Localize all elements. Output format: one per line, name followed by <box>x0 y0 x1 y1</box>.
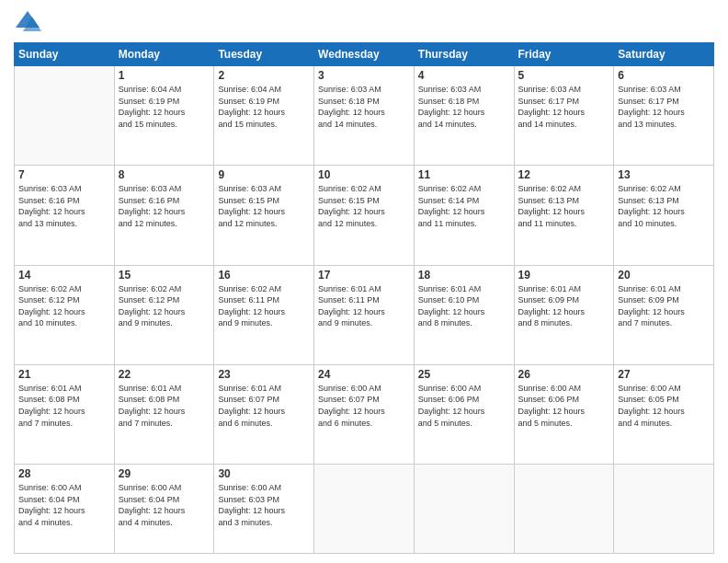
day-number: 16 <box>218 269 310 282</box>
day-number: 22 <box>119 368 210 381</box>
cell-info: Sunrise: 6:03 AM Sunset: 6:18 PM Dayligh… <box>318 84 410 130</box>
calendar-cell: 28Sunrise: 6:00 AM Sunset: 6:04 PM Dayli… <box>15 465 115 554</box>
day-number: 2 <box>218 69 310 82</box>
calendar-cell: 1Sunrise: 6:04 AM Sunset: 6:19 PM Daylig… <box>114 66 214 166</box>
day-number: 4 <box>418 69 510 82</box>
day-number: 23 <box>218 368 310 381</box>
calendar-cell: 25Sunrise: 6:00 AM Sunset: 6:06 PM Dayli… <box>414 364 514 464</box>
calendar-cell: 27Sunrise: 6:00 AM Sunset: 6:05 PM Dayli… <box>614 364 714 464</box>
day-number: 7 <box>18 168 110 181</box>
cell-info: Sunrise: 6:01 AM Sunset: 6:10 PM Dayligh… <box>418 283 510 329</box>
day-number: 28 <box>18 467 110 480</box>
day-number: 17 <box>318 269 410 282</box>
calendar-cell: 29Sunrise: 6:00 AM Sunset: 6:04 PM Dayli… <box>114 465 214 554</box>
cell-info: Sunrise: 6:02 AM Sunset: 6:12 PM Dayligh… <box>119 283 210 329</box>
weekday-header-wednesday: Wednesday <box>314 43 415 66</box>
cell-info: Sunrise: 6:02 AM Sunset: 6:12 PM Dayligh… <box>18 283 110 329</box>
calendar-cell: 17Sunrise: 6:01 AM Sunset: 6:11 PM Dayli… <box>314 265 415 364</box>
calendar-cell: 3Sunrise: 6:03 AM Sunset: 6:18 PM Daylig… <box>314 66 415 166</box>
cell-info: Sunrise: 6:01 AM Sunset: 6:08 PM Dayligh… <box>18 383 110 429</box>
cell-info: Sunrise: 6:00 AM Sunset: 6:06 PM Dayligh… <box>518 383 610 429</box>
day-number: 9 <box>218 168 310 181</box>
calendar-week-1: 1Sunrise: 6:04 AM Sunset: 6:19 PM Daylig… <box>15 66 714 166</box>
page: SundayMondayTuesdayWednesdayThursdayFrid… <box>0 0 728 563</box>
cell-info: Sunrise: 6:01 AM Sunset: 6:07 PM Dayligh… <box>218 383 310 429</box>
calendar-cell: 19Sunrise: 6:01 AM Sunset: 6:09 PM Dayli… <box>514 265 614 364</box>
cell-info: Sunrise: 6:03 AM Sunset: 6:18 PM Dayligh… <box>418 84 510 130</box>
calendar-cell: 8Sunrise: 6:03 AM Sunset: 6:16 PM Daylig… <box>114 166 214 265</box>
day-number: 24 <box>318 368 410 381</box>
day-number: 5 <box>518 69 610 82</box>
weekday-header-monday: Monday <box>114 43 214 66</box>
day-number: 26 <box>518 368 610 381</box>
cell-info: Sunrise: 6:02 AM Sunset: 6:13 PM Dayligh… <box>518 183 610 229</box>
day-number: 12 <box>518 168 610 181</box>
cell-info: Sunrise: 6:03 AM Sunset: 6:17 PM Dayligh… <box>518 84 610 130</box>
weekday-header-tuesday: Tuesday <box>214 43 314 66</box>
cell-info: Sunrise: 6:00 AM Sunset: 6:03 PM Dayligh… <box>218 482 310 528</box>
calendar-cell <box>614 465 714 554</box>
calendar-cell: 22Sunrise: 6:01 AM Sunset: 6:08 PM Dayli… <box>114 364 214 464</box>
calendar-cell: 6Sunrise: 6:03 AM Sunset: 6:17 PM Daylig… <box>614 66 714 166</box>
day-number: 1 <box>119 69 210 82</box>
cell-info: Sunrise: 6:02 AM Sunset: 6:11 PM Dayligh… <box>218 283 310 329</box>
calendar-cell <box>514 465 614 554</box>
day-number: 15 <box>119 269 210 282</box>
day-number: 13 <box>618 168 710 181</box>
calendar-cell: 5Sunrise: 6:03 AM Sunset: 6:17 PM Daylig… <box>514 66 614 166</box>
logo-icon <box>14 9 41 35</box>
day-number: 21 <box>18 368 110 381</box>
cell-info: Sunrise: 6:00 AM Sunset: 6:07 PM Dayligh… <box>318 383 410 429</box>
calendar-week-5: 28Sunrise: 6:00 AM Sunset: 6:04 PM Dayli… <box>15 465 714 554</box>
calendar-cell <box>15 66 115 166</box>
calendar-cell: 26Sunrise: 6:00 AM Sunset: 6:06 PM Dayli… <box>514 364 614 464</box>
weekday-header-row: SundayMondayTuesdayWednesdayThursdayFrid… <box>15 43 714 66</box>
cell-info: Sunrise: 6:02 AM Sunset: 6:14 PM Dayligh… <box>418 183 510 229</box>
calendar-week-4: 21Sunrise: 6:01 AM Sunset: 6:08 PM Dayli… <box>15 364 714 464</box>
cell-info: Sunrise: 6:03 AM Sunset: 6:16 PM Dayligh… <box>18 183 110 229</box>
calendar-cell: 7Sunrise: 6:03 AM Sunset: 6:16 PM Daylig… <box>15 166 115 265</box>
cell-info: Sunrise: 6:00 AM Sunset: 6:05 PM Dayligh… <box>618 383 710 429</box>
calendar-cell: 16Sunrise: 6:02 AM Sunset: 6:11 PM Dayli… <box>214 265 314 364</box>
calendar-cell: 24Sunrise: 6:00 AM Sunset: 6:07 PM Dayli… <box>314 364 415 464</box>
day-number: 30 <box>218 467 310 480</box>
cell-info: Sunrise: 6:01 AM Sunset: 6:11 PM Dayligh… <box>318 283 410 329</box>
day-number: 14 <box>18 269 110 282</box>
day-number: 10 <box>318 168 410 181</box>
calendar-cell: 9Sunrise: 6:03 AM Sunset: 6:15 PM Daylig… <box>214 166 314 265</box>
cell-info: Sunrise: 6:03 AM Sunset: 6:17 PM Dayligh… <box>618 84 710 130</box>
weekday-header-thursday: Thursday <box>414 43 514 66</box>
calendar-cell <box>414 465 514 554</box>
day-number: 20 <box>618 269 710 282</box>
cell-info: Sunrise: 6:01 AM Sunset: 6:09 PM Dayligh… <box>518 283 610 329</box>
calendar-table: SundayMondayTuesdayWednesdayThursdayFrid… <box>14 42 714 554</box>
weekday-header-friday: Friday <box>514 43 614 66</box>
calendar-cell: 10Sunrise: 6:02 AM Sunset: 6:15 PM Dayli… <box>314 166 415 265</box>
cell-info: Sunrise: 6:02 AM Sunset: 6:15 PM Dayligh… <box>318 183 410 229</box>
header <box>14 9 714 35</box>
weekday-header-sunday: Sunday <box>15 43 115 66</box>
cell-info: Sunrise: 6:01 AM Sunset: 6:08 PM Dayligh… <box>119 383 210 429</box>
cell-info: Sunrise: 6:03 AM Sunset: 6:16 PM Dayligh… <box>119 183 210 229</box>
day-number: 6 <box>618 69 710 82</box>
calendar-cell: 23Sunrise: 6:01 AM Sunset: 6:07 PM Dayli… <box>214 364 314 464</box>
calendar-cell: 2Sunrise: 6:04 AM Sunset: 6:19 PM Daylig… <box>214 66 314 166</box>
calendar-cell: 11Sunrise: 6:02 AM Sunset: 6:14 PM Dayli… <box>414 166 514 265</box>
calendar-cell <box>314 465 415 554</box>
weekday-header-saturday: Saturday <box>614 43 714 66</box>
calendar-cell: 4Sunrise: 6:03 AM Sunset: 6:18 PM Daylig… <box>414 66 514 166</box>
day-number: 3 <box>318 69 410 82</box>
cell-info: Sunrise: 6:00 AM Sunset: 6:04 PM Dayligh… <box>119 482 210 528</box>
day-number: 27 <box>618 368 710 381</box>
day-number: 29 <box>119 467 210 480</box>
cell-info: Sunrise: 6:00 AM Sunset: 6:06 PM Dayligh… <box>418 383 510 429</box>
cell-info: Sunrise: 6:01 AM Sunset: 6:09 PM Dayligh… <box>618 283 710 329</box>
logo <box>14 9 45 35</box>
cell-info: Sunrise: 6:03 AM Sunset: 6:15 PM Dayligh… <box>218 183 310 229</box>
day-number: 25 <box>418 368 510 381</box>
calendar-cell: 15Sunrise: 6:02 AM Sunset: 6:12 PM Dayli… <box>114 265 214 364</box>
cell-info: Sunrise: 6:00 AM Sunset: 6:04 PM Dayligh… <box>18 482 110 528</box>
day-number: 11 <box>418 168 510 181</box>
cell-info: Sunrise: 6:04 AM Sunset: 6:19 PM Dayligh… <box>119 84 210 130</box>
calendar-cell: 18Sunrise: 6:01 AM Sunset: 6:10 PM Dayli… <box>414 265 514 364</box>
